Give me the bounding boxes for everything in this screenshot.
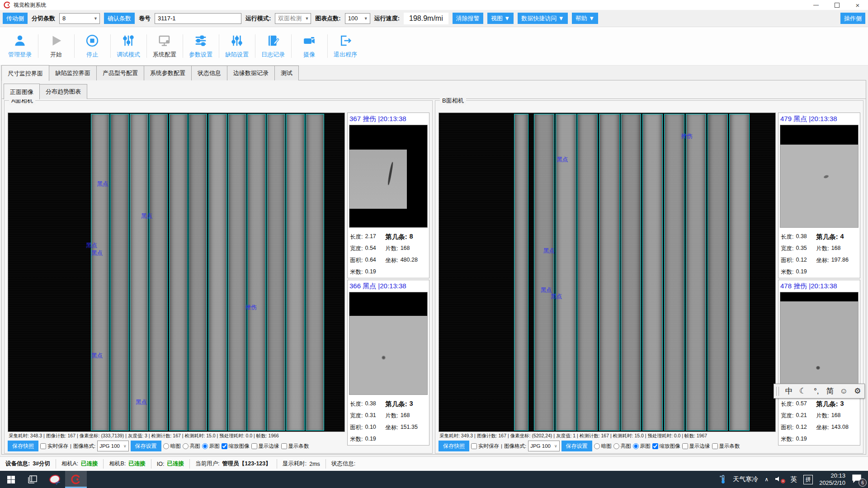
log-record-button[interactable]: 日志记录 (255, 27, 291, 65)
clear-alarm-button[interactable]: 清除报警 (453, 13, 483, 24)
icon-toolbar: 管理登录 开始 停止 调试模式 系统配置 参数设置 缺陷设置 日志记录 (0, 27, 868, 66)
image-defect-label: 黑点 (541, 286, 552, 294)
close-button[interactable]: × (847, 0, 868, 10)
strip-outline (534, 114, 554, 431)
strip-outline (91, 114, 109, 431)
tab-edge-data-record[interactable]: 边缘数据记录 (227, 66, 275, 80)
strip-outline (228, 114, 246, 431)
system-config-button[interactable]: 系统配置 (146, 27, 183, 65)
ime-punctuation-mode[interactable]: °, (810, 387, 823, 396)
image-defect-label: 挫伤 (245, 304, 257, 311)
tab-status-info[interactable]: 状态信息 (191, 66, 227, 80)
show-edge-checkbox[interactable]: 显示边缘 (682, 443, 710, 450)
original-image-radio[interactable]: 原图 (633, 443, 651, 450)
bright-image-radio[interactable]: 亮图 (613, 443, 631, 450)
app-logo-icon (71, 474, 81, 484)
defect-card[interactable]: 479 黑点 |20:13:38 长度:0.38第几条:4 宽度:0.35片数:… (778, 113, 860, 278)
camera-b-stats-line: 采集耗时: 349.3 | 图像计数: 167 | 像素坐标: (5202,24… (439, 433, 775, 439)
tab-size-monitor[interactable]: 尺寸监控界面 (1, 65, 49, 81)
defect-stats: 长度:0.38第几条:4 宽度:0.35片数:168 面积:0.12坐标:197… (780, 228, 859, 281)
log-book-icon (266, 34, 280, 47)
camera-a-group: A面相机 黑点黑点黑点黑点挫伤黑点黑点 367 挫伤 |20:13:38 长度:… (4, 100, 433, 454)
realtime-save-checkbox[interactable]: 实时保存 (471, 443, 499, 450)
save-settings-button[interactable]: 保存设置 (561, 441, 592, 451)
dark-image-radio[interactable]: 暗图 (594, 443, 612, 450)
save-settings-button[interactable]: 保存设置 (131, 441, 161, 451)
image-format-select[interactable]: JPG 100∨ (97, 441, 128, 451)
show-count-checkbox[interactable]: 显示条数 (281, 443, 309, 450)
subtab-trend-chart[interactable]: 分布趋势图表 (39, 84, 87, 99)
original-image-radio[interactable]: 原图 (202, 443, 220, 450)
image-defect-label: 黑点 (141, 212, 152, 220)
ime-settings-gear-icon[interactable]: ⚙ (851, 386, 864, 396)
device-info-cell: 设备信息:3#分切 (0, 459, 56, 469)
hidden-icons-chevron[interactable]: ∧ (764, 476, 769, 483)
save-snapshot-button[interactable]: 保存快照 (8, 441, 38, 451)
notification-center-button[interactable]: 6 (852, 474, 863, 485)
defect-settings-button[interactable]: 缺陷设置 (219, 27, 255, 65)
start-button[interactable]: 开始 (38, 27, 74, 65)
defect-card[interactable]: 367 挫伤 |20:13:38 长度:2.17第几条:8 宽度:0.54片数:… (347, 113, 429, 278)
ime-mode-indicator[interactable]: 拼 (803, 475, 813, 484)
main-tab-strip: 尺寸监控界面 缺陷监控界面 产品型号配置 系统参数配置 状态信息 边缘数据记录 … (1, 66, 298, 80)
taskbar-clock[interactable]: 20:13 2025/2/10 (819, 472, 845, 487)
task-view-button[interactable] (22, 471, 43, 488)
view-menu-button[interactable]: 视图 ▼ (487, 13, 514, 24)
defect-header: 366 黑点 |20:13:38 (349, 280, 428, 292)
volume-muted-icon[interactable]: × (775, 475, 784, 483)
help-menu-button[interactable]: 帮助 ▼ (572, 13, 598, 24)
dark-image-radio[interactable]: 暗图 (163, 443, 181, 450)
start-menu-button[interactable] (0, 471, 22, 488)
strip-outline (110, 114, 129, 431)
camera-a-connection-cell: 相机A:已连接 (56, 459, 104, 469)
defect-card[interactable]: 366 黑点 |20:13:38 长度:0.38第几条:3 宽度:0.31片数:… (347, 280, 429, 446)
tab-defect-monitor[interactable]: 缺陷监控界面 (49, 66, 97, 80)
language-indicator[interactable]: 英 (790, 475, 797, 484)
camera-a-controls: 保存快照 实时保存 | 图像格式: JPG 100∨ 保存设置 暗图 亮图 原图… (8, 440, 345, 452)
roll-number-input[interactable] (155, 13, 241, 24)
capture-button[interactable]: 摄像 (291, 27, 327, 65)
subtab-front-image[interactable]: 正面图像 (4, 84, 40, 99)
weather-text[interactable]: 天气寒冷 (733, 475, 758, 483)
tab-test[interactable]: 测试 (274, 66, 299, 80)
drive-side-button[interactable]: 传动侧 (3, 13, 28, 24)
minimize-button[interactable]: — (806, 0, 826, 10)
taskbar-time: 20:13 (819, 472, 845, 479)
ime-moon-icon[interactable]: ☾ (796, 386, 809, 396)
snipping-tool-button[interactable]: ✂ (43, 471, 65, 488)
exit-program-button[interactable]: 退出程序 (327, 27, 363, 65)
realtime-save-checkbox[interactable]: 实时保存 (40, 443, 68, 450)
stop-button[interactable]: 停止 (74, 27, 110, 65)
defect-card[interactable]: 478 挫伤 |20:13:38 长度:0.57第几条:3 宽度:0.21片数:… (778, 280, 860, 446)
chart-points-select[interactable]: 100 ▼ (345, 13, 370, 24)
show-count-checkbox[interactable]: 显示条数 (712, 443, 740, 450)
ime-emoji-icon[interactable]: ☺ (837, 387, 850, 396)
ime-chinese-mode[interactable]: 中 (782, 386, 796, 396)
zoom-image-checkbox[interactable]: 缩放图像 (222, 443, 250, 450)
ime-drag-handle[interactable] (776, 387, 779, 396)
show-edge-checkbox[interactable]: 显示边缘 (251, 443, 279, 450)
ime-simplified-mode[interactable]: 简 (823, 386, 837, 396)
strip-outline (686, 114, 706, 431)
tab-system-param-config[interactable]: 系统参数配置 (144, 66, 192, 80)
operator-side-button[interactable]: 操作侧 (840, 13, 865, 24)
image-defect-label: 黑点 (97, 180, 108, 188)
image-format-select[interactable]: JPG 100∨ (528, 441, 559, 451)
confirm-count-button[interactable]: 确认条数 (104, 13, 135, 24)
slice-count-value: 8 (62, 15, 66, 22)
taskbar-app-vision-system[interactable] (65, 471, 87, 488)
tab-product-model-config[interactable]: 产品型号配置 (96, 66, 144, 80)
debug-mode-button[interactable]: 调试模式 (110, 27, 146, 65)
bright-image-radio[interactable]: 亮图 (183, 443, 200, 450)
zoom-image-checkbox[interactable]: 缩放图像 (652, 443, 680, 450)
strip-outline (306, 114, 324, 431)
slice-count-select[interactable]: 8 ▼ (59, 13, 100, 24)
maximize-button[interactable] (826, 0, 847, 10)
run-mode-select[interactable]: 双面检测 ▼ (275, 13, 311, 24)
defect-mark (816, 366, 820, 370)
save-snapshot-button[interactable]: 保存快照 (439, 441, 469, 451)
admin-login-button[interactable]: 管理登录 (2, 27, 38, 65)
data-quick-access-menu-button[interactable]: 数据快捷访问 ▼ (518, 13, 567, 24)
image-defect-label: 黑点 (91, 249, 103, 257)
parameter-settings-button[interactable]: 参数设置 (183, 27, 219, 65)
